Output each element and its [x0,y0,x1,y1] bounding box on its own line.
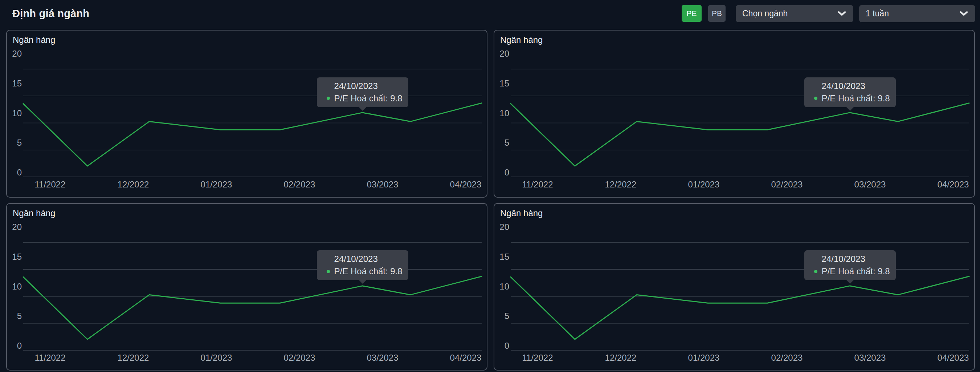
x-axis-label: 12/2022 [118,353,149,362]
x-axis-label: 03/2023 [367,353,399,362]
pe-series-line [511,276,969,339]
chart-panel: Ngân hàng 24/10/2023 P/E Hoá chất: 9.8 2… [6,30,487,198]
period-select[interactable]: 1 tuần [859,5,975,22]
chart-svg[interactable]: 2015105011/202212/202201/202302/202303/2… [494,204,974,370]
x-axis-label: 03/2023 [854,179,886,189]
x-axis-label: 04/2023 [450,353,482,362]
tooltip-arrow-icon [359,280,367,284]
pe-series-line [511,103,969,166]
chart-title: Ngân hàng [13,35,55,45]
y-axis-label: 0 [504,168,509,177]
y-axis-label: 10 [12,108,22,118]
x-axis-label: 01/2023 [688,179,720,189]
x-axis-label: 04/2023 [937,353,969,362]
tooltip-date: 24/10/2023 [334,80,403,92]
y-axis-label: 0 [504,341,509,351]
y-axis-label: 20 [500,49,509,59]
tooltip-series-text: P/E Hoá chất: 9.8 [334,265,402,278]
industry-select-value: Chọn ngành [742,9,788,19]
chart-panel: Ngân hàng 24/10/2023 P/E Hoá chất: 9.8 2… [494,203,975,371]
x-axis-label: 11/2022 [522,179,553,189]
chart-tooltip: 24/10/2023 P/E Hoá chất: 9.8 [317,250,408,280]
chevron-down-icon [960,11,968,16]
x-axis-label: 11/2022 [522,353,553,362]
y-axis-label: 10 [500,108,509,118]
y-axis-label: 20 [500,222,509,232]
tooltip-series-dot [327,270,330,273]
pe-series-line [23,103,482,166]
tooltip-date: 24/10/2023 [334,253,403,265]
x-axis-label: 11/2022 [35,353,66,362]
x-axis-label: 01/2023 [688,353,720,362]
y-axis-label: 20 [12,49,22,59]
x-axis-label: 04/2023 [937,179,969,189]
y-axis-label: 5 [504,138,509,147]
page-title: Định giá ngành [12,8,89,20]
y-axis-label: 15 [12,251,22,261]
tooltip-series-row: P/E Hoá chất: 9.8 [327,265,403,278]
chart-title: Ngân hàng [13,208,55,218]
tooltip-series-row: P/E Hoá chất: 9.8 [327,92,403,105]
tooltip-series-dot [327,97,330,100]
x-axis-label: 12/2022 [118,179,149,189]
y-axis-label: 15 [12,78,22,88]
chart-title: Ngân hàng [500,35,542,45]
chart-tooltip: 24/10/2023 P/E Hoá chất: 9.8 [804,250,896,280]
y-axis-label: 5 [504,311,509,321]
x-axis-label: 01/2023 [201,179,232,189]
x-axis-label: 04/2023 [450,179,482,189]
chart-panel: Ngân hàng 24/10/2023 P/E Hoá chất: 9.8 2… [494,30,975,198]
y-axis-label: 5 [17,311,22,321]
x-axis-label: 02/2023 [284,353,315,362]
y-axis-label: 10 [12,281,22,291]
pe-toggle-button[interactable]: PE [682,5,702,22]
chevron-down-icon [838,11,846,16]
y-axis-label: 20 [12,222,22,232]
x-axis-label: 01/2023 [201,353,232,362]
x-axis-label: 11/2022 [35,179,66,189]
tooltip-series-row: P/E Hoá chất: 9.8 [814,92,891,105]
tooltip-arrow-icon [846,280,854,284]
chart-panel: Ngân hàng 24/10/2023 P/E Hoá chất: 9.8 2… [6,203,487,371]
pe-series-line [23,276,482,339]
industry-select[interactable]: Chọn ngành [736,5,853,22]
tooltip-series-text: P/E Hoá chất: 9.8 [822,265,890,278]
y-axis-label: 15 [500,251,509,261]
pb-toggle-button[interactable]: PB [708,5,725,22]
x-axis-label: 03/2023 [854,353,886,362]
chart-svg[interactable]: 2015105011/202212/202201/202302/202303/2… [7,204,487,370]
y-axis-label: 0 [17,168,22,177]
charts-grid: Ngân hàng 24/10/2023 P/E Hoá chất: 9.8 2… [6,30,975,370]
x-axis-label: 03/2023 [367,179,399,189]
tooltip-arrow-icon [846,107,854,111]
period-select-value: 1 tuần [865,9,889,19]
tooltip-date: 24/10/2023 [822,80,891,92]
chart-tooltip: 24/10/2023 P/E Hoá chất: 9.8 [317,77,408,107]
x-axis-label: 12/2022 [605,353,636,362]
tooltip-series-dot [814,270,818,273]
y-axis-label: 15 [500,78,509,88]
tooltip-date: 24/10/2023 [822,253,891,265]
x-axis-label: 12/2022 [605,179,636,189]
x-axis-label: 02/2023 [771,179,803,189]
x-axis-label: 02/2023 [284,179,315,189]
chart-svg[interactable]: 2015105011/202212/202201/202302/202303/2… [494,30,974,197]
y-axis-label: 5 [17,138,22,147]
chart-tooltip: 24/10/2023 P/E Hoá chất: 9.8 [804,77,896,107]
chart-svg[interactable]: 2015105011/202212/202201/202302/202303/2… [7,30,487,197]
chart-title: Ngân hàng [500,208,542,218]
header-controls: PE PB Chọn ngành 1 tuần [682,5,975,22]
tooltip-series-text: P/E Hoá chất: 9.8 [822,92,890,105]
y-axis-label: 0 [17,341,22,351]
tooltip-series-dot [814,97,818,100]
header: Định giá ngành PE PB Chọn ngành 1 tuần [0,0,980,30]
tooltip-series-text: P/E Hoá chất: 9.8 [334,92,402,105]
x-axis-label: 02/2023 [771,353,803,362]
y-axis-label: 10 [500,281,509,291]
tooltip-series-row: P/E Hoá chất: 9.8 [814,265,891,278]
tooltip-arrow-icon [359,107,367,111]
